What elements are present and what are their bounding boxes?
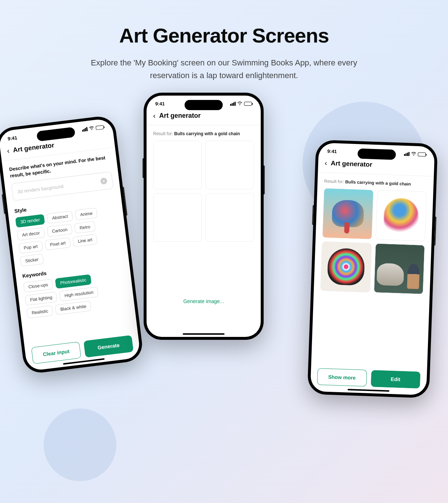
screen-title: Art generator (159, 112, 201, 120)
keyword-chips: Close-upsPhotorealisticFlat lightingHigh… (23, 270, 128, 319)
keyword-chip[interactable]: Realistic (27, 306, 53, 319)
battery-icon (418, 152, 426, 157)
style-chip[interactable]: Retro (74, 221, 95, 234)
wifi-icon (411, 151, 417, 157)
loading-text: Generate image... (147, 298, 261, 304)
keyword-chip[interactable]: Photorealistic (55, 274, 92, 289)
signal-icon (82, 127, 88, 132)
style-chip[interactable]: Sticker (20, 254, 44, 267)
page-subtitle: Explore the 'My Booking' screen on our S… (82, 56, 366, 82)
result-placeholder (205, 141, 254, 189)
style-chip[interactable]: Pop art (19, 241, 43, 254)
edit-button[interactable]: Edit (371, 370, 420, 389)
status-time: 9:41 (7, 135, 17, 141)
back-icon[interactable]: ‹ (325, 159, 327, 168)
style-chip[interactable]: Line art (73, 234, 98, 248)
result-image[interactable] (322, 188, 373, 240)
style-chip[interactable]: Pixel art (45, 238, 71, 251)
result-image[interactable] (320, 241, 372, 293)
signal-icon (230, 102, 236, 106)
page-title: Art Generator Screens (0, 24, 448, 47)
signal-icon (404, 152, 409, 156)
phone-mockup-loading: 9:41 ‹ Art generator Result for: Bulls c… (144, 93, 264, 340)
result-image[interactable] (375, 190, 427, 241)
back-icon[interactable]: ‹ (7, 147, 10, 156)
battery-icon (244, 102, 252, 106)
input-placeholder: 3d renders bacground (17, 184, 64, 194)
keyword-chip[interactable]: High resolution (59, 287, 99, 302)
status-time: 9:41 (155, 101, 165, 106)
keyword-chip[interactable]: Flat lighting (25, 292, 57, 306)
battery-icon (96, 125, 104, 130)
clear-button[interactable]: Clear input (31, 342, 81, 364)
notch (185, 100, 223, 110)
result-placeholder (205, 193, 254, 242)
back-icon[interactable]: ‹ (153, 112, 156, 120)
home-indicator (347, 389, 389, 392)
phone-mockup-input: 9:41 ‹ Art generator Describe what's on … (0, 115, 144, 375)
status-indicators (230, 101, 252, 106)
wifi-icon (237, 101, 243, 106)
result-image[interactable] (373, 243, 425, 294)
result-placeholder (153, 141, 202, 189)
keyword-chip[interactable]: Close-ups (23, 279, 53, 293)
show-more-button[interactable]: Show more (317, 368, 367, 387)
style-chip[interactable]: 3D render (15, 214, 45, 228)
result-label: Result for: Bulls carrying with a gold c… (153, 131, 254, 136)
wifi-icon (89, 125, 95, 132)
status-indicators (404, 151, 426, 157)
style-chip[interactable]: Art decor (17, 228, 45, 241)
result-placeholder (153, 193, 202, 242)
status-time: 9:41 (327, 148, 337, 154)
keyword-chip[interactable]: Black & white (55, 301, 92, 315)
clear-input-icon[interactable]: ✕ (100, 178, 107, 185)
screen-title: Art generator (331, 160, 372, 169)
generate-button[interactable]: Generate (84, 335, 134, 358)
style-chip[interactable]: Anime (75, 208, 98, 221)
style-chips: 3D renderAbstractAnimeArt decorCartoonRe… (15, 205, 122, 267)
result-label: Result for: Bulls carrying with a gold c… (324, 179, 427, 188)
phone-mockup-results: 9:41 ‹ Art generator Result for: Bulls c… (307, 140, 438, 398)
style-chip[interactable]: Abstract (47, 211, 73, 224)
home-indicator (183, 333, 225, 335)
notch (357, 149, 396, 160)
style-chip[interactable]: Cartoon (47, 224, 73, 237)
screen-title: Art generator (13, 142, 55, 154)
